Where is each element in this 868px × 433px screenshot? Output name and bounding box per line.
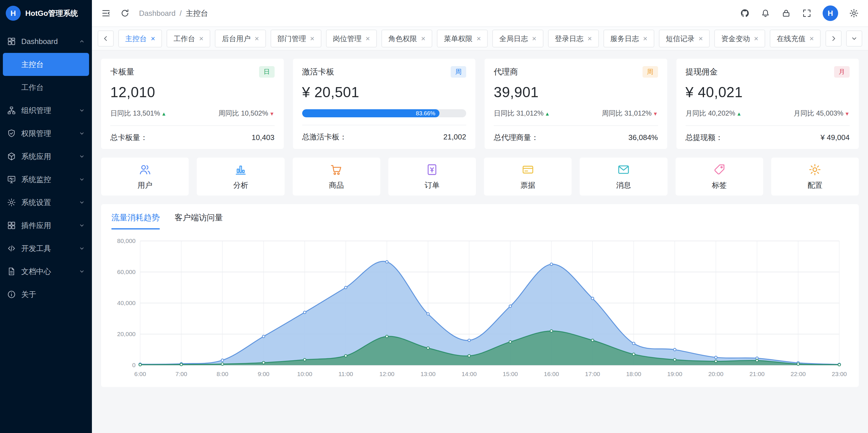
sidebar: H HotGo管理系统 Dashboard主控台工作台组织管理权限管理系统应用系…	[0, 0, 92, 433]
tabs-scroll-right-button[interactable]	[826, 30, 842, 47]
tab-close-icon[interactable]: ×	[699, 35, 703, 42]
notification-bell-icon[interactable]	[761, 8, 770, 18]
tab-online-recharge[interactable]: 在线充值×	[770, 30, 820, 48]
tab-service-logs[interactable]: 服务日志×	[603, 30, 654, 48]
tab-close-icon[interactable]: ×	[809, 35, 814, 42]
quick-action-config[interactable]: 配置	[771, 157, 859, 196]
quick-action-messages[interactable]: 消息	[580, 157, 667, 196]
refresh-icon[interactable]	[120, 8, 130, 18]
sidebar-item-permission[interactable]: 权限管理	[0, 122, 92, 145]
period-badge: 周	[643, 66, 658, 78]
user-avatar[interactable]: H	[823, 5, 838, 21]
quick-action-users[interactable]: 用户	[101, 157, 189, 196]
sidebar-item-dev-tools[interactable]: 开发工具	[0, 237, 92, 260]
stat-card-value: 12,010	[110, 84, 275, 100]
tab-close-icon[interactable]: ×	[254, 35, 259, 42]
tab-admin-users[interactable]: 后台用户×	[215, 30, 266, 48]
tabs-menu-button[interactable]	[846, 30, 862, 47]
quick-action-label: 配置	[807, 180, 822, 190]
tab-global-logs[interactable]: 全局日志×	[492, 30, 543, 48]
stat-card-footer-value: 36,084%	[628, 133, 658, 142]
app-logo-icon: H	[6, 6, 21, 21]
sidebar-item-about[interactable]: 关于	[0, 283, 92, 306]
tab-console[interactable]: 主控台×	[118, 30, 162, 48]
fullscreen-icon[interactable]	[802, 8, 812, 18]
stat-card-footer: 总激活卡板：21,002	[302, 125, 466, 148]
tab-workbench[interactable]: 工作台×	[166, 30, 210, 48]
stat-card-value: ¥ 20,501	[302, 84, 466, 100]
tab-close-icon[interactable]: ×	[366, 35, 370, 42]
dev-tools-icon	[7, 244, 16, 253]
sidebar-item-label: 工作台	[21, 83, 44, 93]
quick-action-goods[interactable]: 商品	[293, 157, 380, 196]
sidebar-item-console[interactable]: 主控台	[3, 53, 89, 76]
stat-card-footer-label: 总代理商量：	[494, 133, 538, 143]
tab-list: 主控台×工作台×后台用户×部门管理×岗位管理×角色权限×菜单权限×全局日志×登录…	[118, 30, 821, 48]
quick-action-analysis[interactable]: 分析	[197, 157, 284, 196]
tab-close-icon[interactable]: ×	[421, 35, 425, 42]
tab-posts[interactable]: 岗位管理×	[326, 30, 377, 48]
tab-label: 全局日志	[499, 34, 528, 44]
svg-text:19:00: 19:00	[667, 371, 682, 377]
quick-action-tickets[interactable]: 票据	[484, 157, 571, 196]
sidebar-item-plugin[interactable]: 插件应用	[0, 214, 92, 237]
sidebar-item-label: 关于	[21, 290, 85, 299]
svg-text:10:00: 10:00	[297, 371, 312, 377]
stat-card-activated-cards: 激活卡板周¥ 20,50183.66%总激活卡板：21,002	[293, 59, 476, 149]
sidebar-item-dashboard[interactable]: Dashboard	[0, 30, 92, 53]
collapse-sidebar-icon[interactable]	[101, 8, 111, 18]
settings-gear-icon[interactable]	[849, 8, 859, 18]
sidebar-item-system-monitor[interactable]: 系统监控	[0, 168, 92, 191]
tabs-scroll-left-button[interactable]	[98, 30, 114, 47]
tab-label: 主控台	[125, 34, 147, 44]
tab-menu-permissions[interactable]: 菜单权限×	[437, 30, 488, 48]
trend-down: 周同比 10,502%▼	[218, 109, 274, 118]
chevron-down-icon	[79, 268, 85, 275]
sidebar-item-label: 系统设置	[21, 198, 73, 208]
chevron-down-icon	[79, 107, 85, 114]
tab-fund-changes[interactable]: 资金变动×	[714, 30, 765, 48]
tab-close-icon[interactable]: ×	[588, 35, 592, 42]
app-logo[interactable]: H HotGo管理系统	[0, 0, 92, 26]
tab-close-icon[interactable]: ×	[151, 35, 155, 42]
tickets-icon	[521, 163, 534, 176]
sidebar-item-system-app[interactable]: 系统应用	[0, 145, 92, 168]
config-icon	[808, 163, 822, 176]
tab-close-icon[interactable]: ×	[199, 35, 204, 42]
sidebar-item-workbench[interactable]: 工作台	[3, 76, 89, 99]
quick-action-label: 订单	[425, 180, 439, 190]
period-badge: 周	[451, 66, 466, 78]
chart-tab-client-visits[interactable]: 客户端访问量	[175, 212, 223, 229]
sidebar-item-label: 系统监控	[21, 175, 73, 184]
sidebar-item-organization[interactable]: 组织管理	[0, 99, 92, 122]
traffic-chart: 020,00040,00060,00080,0006:007:008:009:0…	[110, 235, 849, 382]
sidebar-item-docs[interactable]: 文档中心	[0, 260, 92, 283]
stat-card-card-volume: 卡板量日12,010日同比 13,501%▲周同比 10,502%▼总卡板量：1…	[101, 59, 284, 149]
orders-icon	[425, 163, 439, 176]
trend-up-arrow-icon: ▲	[737, 111, 742, 117]
svg-text:22:00: 22:00	[791, 371, 806, 377]
tab-departments[interactable]: 部门管理×	[271, 30, 321, 48]
goods-cart-icon	[330, 163, 343, 176]
github-icon[interactable]	[740, 8, 750, 18]
sidebar-menu: Dashboard主控台工作台组织管理权限管理系统应用系统监控系统设置插件应用开…	[0, 26, 92, 306]
tab-close-icon[interactable]: ×	[532, 35, 536, 42]
about-icon	[7, 290, 16, 299]
tab-close-icon[interactable]: ×	[476, 35, 481, 42]
tab-role-permissions[interactable]: 角色权限×	[381, 30, 432, 48]
tab-close-icon[interactable]: ×	[754, 35, 758, 42]
tab-close-icon[interactable]: ×	[643, 35, 647, 42]
quick-action-tags[interactable]: 标签	[676, 157, 763, 196]
trend-row: 日同比 13,501%▲周同比 10,502%▼	[110, 109, 275, 118]
tab-sms-records[interactable]: 短信记录×	[659, 30, 710, 48]
breadcrumb-root[interactable]: Dashboard	[139, 9, 176, 18]
quick-actions-row: 用户分析商品订单票据消息标签配置	[101, 157, 859, 196]
quick-action-orders[interactable]: 订单	[388, 157, 476, 196]
chart-tab-traffic-trend[interactable]: 流量消耗趋势	[112, 212, 160, 229]
breadcrumb-current: 主控台	[186, 8, 208, 19]
sidebar-item-system-settings[interactable]: 系统设置	[0, 191, 92, 214]
trend-row: 日同比 31,012%▲周同比 31,012%▼	[494, 109, 658, 118]
screen-lock-icon[interactable]	[781, 8, 791, 18]
tab-login-logs[interactable]: 登录日志×	[548, 30, 599, 48]
tab-close-icon[interactable]: ×	[310, 35, 314, 42]
